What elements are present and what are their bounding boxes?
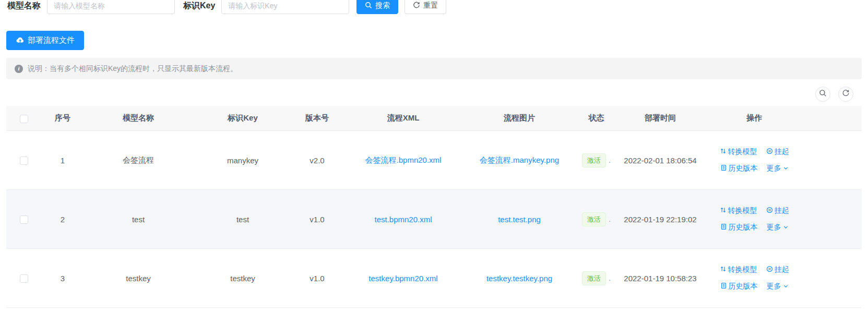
pause-circle-icon [766,266,773,274]
document-icon [720,164,727,173]
more-dropdown[interactable]: 更多 [767,282,789,291]
model-name-label: 模型名称 [7,1,41,11]
table-row: 3 testkey testkey v1.0 testkey.bpmn20.xm… [6,249,862,308]
image-link[interactable]: testkey.testkey.png [486,274,552,283]
cell-model-name: testkey [84,249,193,308]
cell-version: v1.0 [292,249,342,308]
col-model-name: 模型名称 [84,106,193,131]
xml-link[interactable]: testkey.bpmn20.xml [368,274,437,283]
chevron-down-icon [783,164,789,173]
status-dot: . [609,273,611,282]
cell-version: v2.0 [292,131,342,190]
image-link[interactable]: 会签流程.manykey.png [480,155,559,164]
table-row: 2 test test v1.0 test.bpmn20.xml test.te… [6,190,862,249]
more-dropdown[interactable]: 更多 [767,164,789,173]
col-key: 标识Key [193,106,292,131]
convert-model-button[interactable]: 转换模型 [720,265,757,274]
col-version: 版本号 [292,106,342,131]
key-label: 标识Key [183,1,215,11]
row-actions: 转换模型 挂起 [704,147,804,173]
col-actions: 操作 [702,106,806,131]
process-table: 序号 模型名称 标识Key 版本号 流程XML 流程图片 状态 部署时间 操作 … [6,106,862,308]
cell-key: manykey [193,131,292,190]
xml-link[interactable]: 会签流程.bpmn20.xml [365,155,442,164]
col-status: 状态 [574,106,619,131]
refresh-icon [413,2,420,10]
refresh-icon [842,89,850,99]
suspend-button[interactable]: 挂起 [766,265,789,274]
table-row: 1 会签流程 manykey v2.0 会签流程.bpmn20.xml 会签流程… [6,131,862,190]
status-badge: 激活 [582,153,606,167]
search-icon [819,89,827,99]
cell-deploy-time: 2022-02-01 18:06:54 [619,131,702,190]
upload-cloud-icon [16,36,25,45]
search-button[interactable]: 搜索 [356,0,398,14]
info-icon: i [15,65,23,73]
sort-arrows-icon [720,207,727,215]
row-checkbox[interactable] [20,274,28,283]
sort-arrows-icon [720,266,727,274]
status-badge: 激活 [582,271,606,285]
cell-model-name: 会签流程 [84,131,193,190]
key-input[interactable] [221,0,349,14]
alert-text: 说明：当有多个相同标识Key的流程时，只显示其最新版本流程。 [28,64,237,74]
col-image: 流程图片 [465,106,574,131]
table-header-row: 序号 模型名称 标识Key 版本号 流程XML 流程图片 状态 部署时间 操作 [6,106,862,131]
xml-link[interactable]: test.bpmn20.xml [374,215,432,224]
cell-index: 3 [42,249,84,308]
search-icon [365,2,372,10]
search-form: 模型名称 标识Key 搜索 重置 [7,0,446,14]
history-version-button[interactable]: 历史版本 [720,223,758,232]
image-link[interactable]: test.test.png [498,215,541,224]
status-badge: 激活 [582,212,606,226]
info-alert: i 说明：当有多个相同标识Key的流程时，只显示其最新版本流程。 [6,58,862,79]
deploy-process-file-button[interactable]: 部署流程文件 [6,31,84,50]
col-xml: 流程XML [342,106,465,131]
col-deploy-time: 部署时间 [619,106,702,131]
convert-model-button[interactable]: 转换模型 [720,206,757,215]
document-icon [720,223,727,232]
row-actions: 转换模型 挂起 [704,265,804,291]
suspend-button[interactable]: 挂起 [766,147,789,157]
process-deploy-page: 模型名称 标识Key 搜索 重置 [0,0,868,324]
cell-index: 1 [42,131,84,190]
history-version-button[interactable]: 历史版本 [720,164,758,173]
pause-circle-icon [766,148,773,156]
reset-button[interactable]: 重置 [405,0,446,14]
chevron-down-icon [783,282,789,291]
sort-arrows-icon [720,148,727,156]
cell-deploy-time: 2022-01-19 22:19:02 [619,190,702,249]
row-actions: 转换模型 挂起 [704,206,804,232]
col-index: 序号 [42,106,84,131]
cell-key: test [193,190,292,249]
show-search-button[interactable] [815,87,830,102]
status-dot: . [609,214,611,223]
row-checkbox[interactable] [20,157,28,165]
suspend-button[interactable]: 挂起 [766,206,789,215]
cell-deploy-time: 2022-01-19 10:58:23 [619,249,702,308]
col-gutter [806,106,862,131]
cell-version: v1.0 [292,190,342,249]
pause-circle-icon [766,207,773,215]
history-version-button[interactable]: 历史版本 [720,282,758,291]
cell-key: testkey [193,249,292,308]
refresh-table-button[interactable] [838,87,853,102]
more-dropdown[interactable]: 更多 [767,223,789,232]
status-dot: . [609,155,611,164]
convert-model-button[interactable]: 转换模型 [720,147,757,157]
document-icon [720,282,727,291]
cell-index: 2 [42,190,84,249]
select-all-checkbox[interactable] [20,115,28,123]
row-checkbox[interactable] [20,215,28,224]
model-name-input[interactable] [47,0,175,14]
cell-model-name: test [84,190,193,249]
chevron-down-icon [783,223,789,232]
